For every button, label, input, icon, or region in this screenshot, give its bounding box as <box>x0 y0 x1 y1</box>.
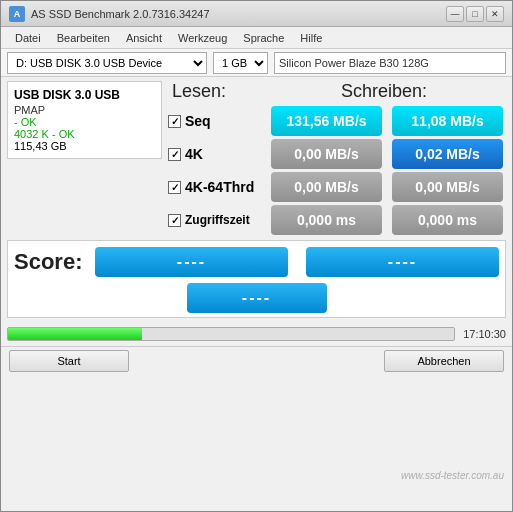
4k64-lesen-value: 0,00 MB/s <box>271 172 382 202</box>
zugriffszeit-label-area: ✓ Zugriffszeit <box>168 213 268 227</box>
drive-select[interactable]: D: USB DISK 3.0 USB Device <box>7 52 207 74</box>
progress-bar-outer <box>7 327 455 341</box>
disk-size: 115,43 GB <box>14 140 155 152</box>
title-buttons: — □ ✕ <box>446 6 504 22</box>
cancel-button[interactable]: Abbrechen <box>384 350 504 372</box>
seq-lesen-value: 131,56 MB/s <box>271 106 382 136</box>
headers-row: Lesen: Schreiben: <box>168 81 506 102</box>
4k64-schreiben-value: 0,00 MB/s <box>392 172 503 202</box>
close-button[interactable]: ✕ <box>486 6 504 22</box>
score-right-btn: ---- <box>306 247 499 277</box>
4k-schreiben-value: 0,02 MB/s <box>392 139 503 169</box>
4k64-label-area: ✓ 4K-64Thrd <box>168 179 268 195</box>
bench-row-seq: ✓ Seq 131,56 MB/s 11,08 MB/s <box>168 106 506 136</box>
seq-label: Seq <box>185 113 211 129</box>
score-left-btn: ---- <box>95 247 288 277</box>
4k-lesen-value: 0,00 MB/s <box>271 139 382 169</box>
size-select[interactable]: 1 GB <box>213 52 268 74</box>
minimize-button[interactable]: — <box>446 6 464 22</box>
menu-sprache[interactable]: Sprache <box>237 30 290 46</box>
app-icon: A <box>9 6 25 22</box>
content-area: USB DISK 3.0 USB PMAP - OK 4032 K - OK 1… <box>1 77 512 322</box>
bench-row-4k: ✓ 4K 0,00 MB/s 0,02 MB/s <box>168 139 506 169</box>
title-bar: A AS SSD Benchmark 2.0.7316.34247 — □ ✕ <box>1 1 512 27</box>
score-bottom: ---- <box>14 283 499 313</box>
window-title: AS SSD Benchmark 2.0.7316.34247 <box>31 8 210 20</box>
zugriffszeit-label: Zugriffszeit <box>185 213 250 227</box>
bench-row-zugriffszeit: ✓ Zugriffszeit 0,000 ms 0,000 ms <box>168 205 506 235</box>
bench-row-4k64: ✓ 4K-64Thrd 0,00 MB/s 0,00 MB/s <box>168 172 506 202</box>
score-section: Score: ---- ---- ---- <box>7 240 506 318</box>
menu-bar: Datei Bearbeiten Ansicht Werkzeug Sprach… <box>1 27 512 49</box>
seq-label-area: ✓ Seq <box>168 113 268 129</box>
toolbar: D: USB DISK 3.0 USB Device 1 GB Silicon … <box>1 49 512 77</box>
4k-label-area: ✓ 4K <box>168 146 268 162</box>
menu-ansicht[interactable]: Ansicht <box>120 30 168 46</box>
zugriffszeit-schreiben-value: 0,000 ms <box>392 205 503 235</box>
title-bar-left: A AS SSD Benchmark 2.0.7316.34247 <box>9 6 210 22</box>
4k64-label: 4K-64Thrd <box>185 179 254 195</box>
ok-line2: - OK <box>14 116 155 128</box>
pmap-label: PMAP <box>14 104 155 116</box>
zugriffszeit-lesen-value: 0,000 ms <box>271 205 382 235</box>
4k-checkbox[interactable]: ✓ <box>168 148 181 161</box>
menu-bearbeiten[interactable]: Bearbeiten <box>51 30 116 46</box>
right-content: Lesen: Schreiben: ✓ Seq 131,56 MB/s 11,0… <box>168 81 506 238</box>
4k64-checkbox[interactable]: ✓ <box>168 181 181 194</box>
progress-area: 17:10:30 <box>1 322 512 346</box>
score-bottom-btn: ---- <box>187 283 327 313</box>
progress-time: 17:10:30 <box>463 328 506 340</box>
bottom-buttons: Start Abbrechen <box>1 346 512 374</box>
menu-hilfe[interactable]: Hilfe <box>294 30 328 46</box>
ok-line3: 4032 K - OK <box>14 128 155 140</box>
device-name: Silicon Power Blaze B30 128G <box>274 52 506 74</box>
left-panel: USB DISK 3.0 USB PMAP - OK 4032 K - OK 1… <box>7 81 162 159</box>
zugriffszeit-checkbox[interactable]: ✓ <box>168 214 181 227</box>
watermark: www.ssd-tester.com.au <box>401 470 504 481</box>
4k-values: 0,00 MB/s 0,02 MB/s <box>268 139 506 169</box>
header-schreiben: Schreiben: <box>337 81 506 102</box>
progress-bar-inner <box>8 328 142 340</box>
menu-datei[interactable]: Datei <box>9 30 47 46</box>
seq-checkbox[interactable]: ✓ <box>168 115 181 128</box>
left-panel-title: USB DISK 3.0 USB <box>14 88 155 102</box>
seq-values: 131,56 MB/s 11,08 MB/s <box>268 106 506 136</box>
start-button[interactable]: Start <box>9 350 129 372</box>
4k64-values: 0,00 MB/s 0,00 MB/s <box>268 172 506 202</box>
bench-area: USB DISK 3.0 USB PMAP - OK 4032 K - OK 1… <box>7 81 506 238</box>
maximize-button[interactable]: □ <box>466 6 484 22</box>
zugriffszeit-values: 0,000 ms 0,000 ms <box>268 205 506 235</box>
header-lesen: Lesen: <box>168 81 337 102</box>
menu-werkzeug[interactable]: Werkzeug <box>172 30 233 46</box>
main-window: A AS SSD Benchmark 2.0.7316.34247 — □ ✕ … <box>0 0 513 512</box>
4k-label: 4K <box>185 146 203 162</box>
score-row: Score: ---- ---- <box>14 247 499 277</box>
seq-schreiben-value: 11,08 MB/s <box>392 106 503 136</box>
score-label: Score: <box>14 249 89 275</box>
